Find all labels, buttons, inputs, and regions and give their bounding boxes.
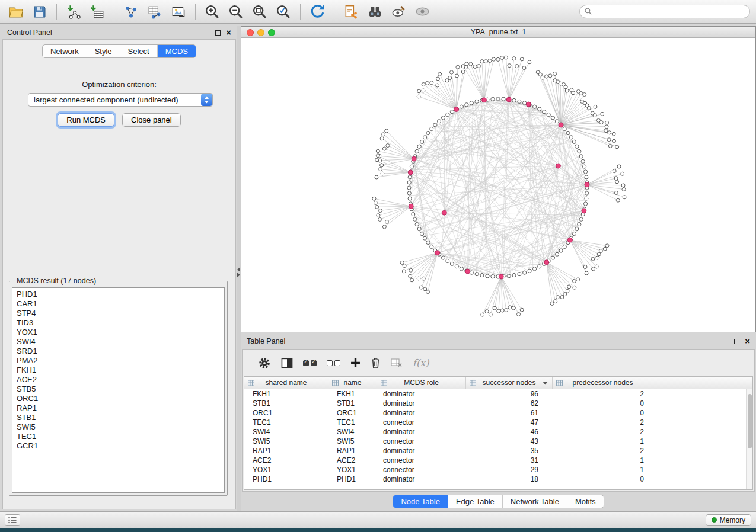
cell-mcds-role: dominator <box>377 427 466 437</box>
mcds-result-item[interactable]: STP4 <box>17 309 224 318</box>
cell-mcds-role: dominator <box>377 399 466 408</box>
function-builder-button[interactable]: f(x) <box>413 357 429 368</box>
float-panel-icon[interactable] <box>215 30 221 36</box>
search-input[interactable] <box>579 5 750 18</box>
search-network-button[interactable] <box>365 2 385 21</box>
column-header-mcds-role[interactable]: MCDS role <box>377 377 466 389</box>
mcds-result-item[interactable]: TEC1 <box>17 432 224 441</box>
select-all-button[interactable] <box>303 360 317 366</box>
sort-dropdown-icon[interactable] <box>543 382 548 385</box>
table-row[interactable]: RAP1RAP1dominator352 <box>244 446 752 456</box>
window-close-button[interactable] <box>247 29 254 36</box>
column-header-name[interactable]: name <box>328 377 377 389</box>
network-graph[interactable] <box>241 39 755 332</box>
task-history-button[interactable] <box>5 514 20 526</box>
mcds-result-item[interactable]: FKH1 <box>17 366 224 375</box>
table-row[interactable]: ACE2ACE2connector311 <box>244 456 752 465</box>
tab-network-table[interactable]: Network Table <box>503 495 567 508</box>
column-header-predecessor-nodes[interactable]: predecessor nodes <box>553 377 653 389</box>
network-canvas[interactable] <box>241 39 755 332</box>
open-session-button[interactable] <box>6 2 26 21</box>
close-panel-icon[interactable]: × <box>226 30 231 36</box>
mcds-result-group: MCDS result (17 nodes) PHD1CAR1STP4TID3Y… <box>9 277 228 496</box>
table-row[interactable]: TEC1TEC1connector472 <box>244 418 752 427</box>
unchecked-box-icon <box>327 360 333 366</box>
table-row[interactable]: SWI4SWI4dominator462 <box>244 427 752 437</box>
table-scrollbar[interactable] <box>746 389 752 489</box>
eye-icon <box>414 4 430 20</box>
delete-table-button[interactable] <box>391 358 403 367</box>
import-table-button[interactable] <box>87 2 107 21</box>
cell-filler <box>653 475 752 484</box>
tab-node-table[interactable]: Node Table <box>393 495 448 508</box>
float-table-panel-icon[interactable] <box>734 339 739 344</box>
splitter-collapse-icons[interactable] <box>237 267 240 278</box>
close-mcds-panel-button[interactable]: Close panel <box>122 113 181 127</box>
create-column-button[interactable] <box>350 358 361 368</box>
tab-network[interactable]: Network <box>43 45 87 57</box>
mcds-result-item[interactable]: PHD1 <box>17 290 224 299</box>
deselect-all-button[interactable] <box>327 360 340 366</box>
zoom-in-button[interactable] <box>202 2 222 21</box>
show-columns-button[interactable] <box>281 358 293 368</box>
zoom-fit-button[interactable] <box>250 2 270 21</box>
mcds-result-item[interactable]: RAP1 <box>17 403 224 413</box>
criterion-selected-value: largest connected component (undirected) <box>28 95 201 104</box>
cell-shared-name: ACE2 <box>244 456 328 465</box>
open-folder-icon <box>8 4 24 20</box>
tab-select[interactable]: Select <box>120 45 158 57</box>
zoom-selected-button[interactable] <box>273 2 294 21</box>
table-row[interactable]: STB1STB1dominator620 <box>244 399 752 408</box>
mcds-result-item[interactable]: GCR1 <box>17 441 224 451</box>
tab-mcds[interactable]: MCDS <box>158 45 196 57</box>
cell-mcds-role: dominator <box>377 408 466 418</box>
window-maximize-button[interactable] <box>268 29 275 36</box>
mcds-result-item[interactable]: SWI5 <box>17 422 224 432</box>
cell-predecessor-nodes: 1 <box>553 437 653 446</box>
mcds-result-item[interactable]: ACE2 <box>17 375 224 384</box>
save-session-button[interactable] <box>30 2 50 21</box>
mcds-result-item[interactable]: SRD1 <box>17 347 224 356</box>
close-table-panel-icon[interactable]: × <box>745 338 750 344</box>
import-network-button[interactable] <box>63 2 84 21</box>
zoom-out-button[interactable] <box>226 2 246 21</box>
tab-motifs[interactable]: Motifs <box>567 495 604 508</box>
refresh-button[interactable] <box>307 2 327 21</box>
table-row[interactable]: FKH1FKH1dominator962 <box>244 389 752 399</box>
run-mcds-button[interactable]: Run MCDS <box>58 113 114 127</box>
memory-status-icon <box>712 517 717 523</box>
show-hide-button[interactable] <box>412 2 432 21</box>
export-table-button[interactable] <box>145 2 165 21</box>
export-image-button[interactable] <box>168 2 189 21</box>
mcds-result-item[interactable]: ORC1 <box>17 394 224 403</box>
tab-edge-table[interactable]: Edge Table <box>448 495 503 508</box>
table-settings-button[interactable] <box>258 357 271 370</box>
memory-button[interactable]: Memory <box>706 514 751 526</box>
column-header-successor-nodes[interactable]: successor nodes <box>466 377 553 389</box>
table-row[interactable]: SWI5SWI5connector431 <box>244 437 752 446</box>
control-panel-body: Network Style Select MCDS Optimization c… <box>2 39 236 509</box>
mcds-result-item[interactable]: TID3 <box>17 318 224 328</box>
table-toolbar: f(x) <box>243 350 754 376</box>
tab-style[interactable]: Style <box>87 45 120 57</box>
graphics-details-button[interactable] <box>388 2 409 21</box>
share-document-button[interactable] <box>341 2 361 21</box>
scrollbar-thumb[interactable] <box>748 394 752 448</box>
mcds-result-item[interactable]: STB5 <box>17 384 224 394</box>
mcds-result-item[interactable]: STB1 <box>17 413 224 422</box>
mcds-result-item[interactable]: YOX1 <box>17 328 224 337</box>
window-minimize-button[interactable] <box>257 29 264 36</box>
delete-column-button[interactable] <box>371 357 381 368</box>
column-header-shared-name[interactable]: shared name <box>244 377 328 389</box>
table-row[interactable]: PHD1PHD1dominator180 <box>244 475 752 484</box>
table-row[interactable]: ORC1ORC1dominator610 <box>244 408 752 418</box>
node-table: shared name name MCDS role successor nod… <box>244 376 753 490</box>
table-row[interactable]: YOX1YOX1connector291 <box>244 465 752 475</box>
criterion-dropdown[interactable]: largest connected component (undirected) <box>28 93 213 107</box>
gear-icon <box>258 357 271 370</box>
new-network-button[interactable] <box>121 2 141 21</box>
mcds-result-item[interactable]: CAR1 <box>17 299 224 309</box>
cell-name: TEC1 <box>328 418 377 427</box>
mcds-result-item[interactable]: PMA2 <box>17 356 224 366</box>
mcds-result-item[interactable]: SWI4 <box>17 337 224 347</box>
